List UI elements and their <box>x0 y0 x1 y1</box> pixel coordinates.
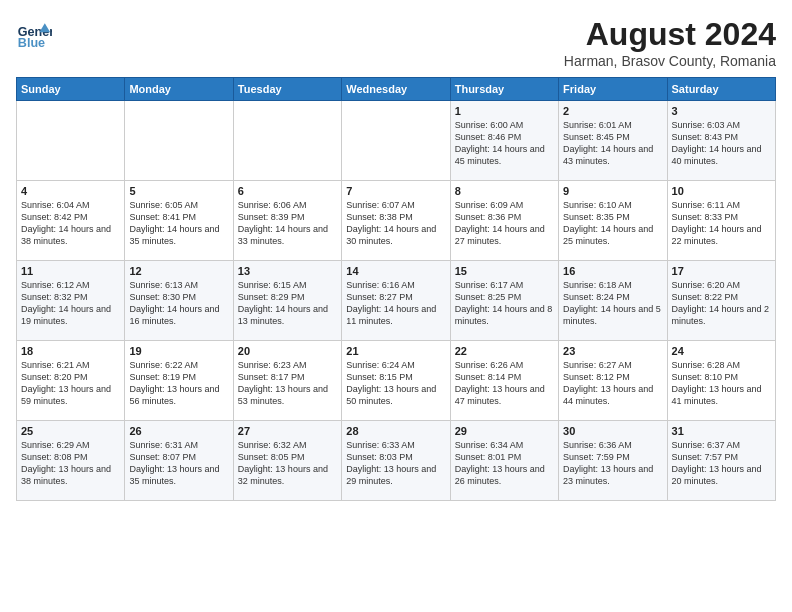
day-content: Sunrise: 6:31 AM Sunset: 8:07 PM Dayligh… <box>129 439 228 488</box>
day-cell: 26Sunrise: 6:31 AM Sunset: 8:07 PM Dayli… <box>125 421 233 501</box>
day-cell: 17Sunrise: 6:20 AM Sunset: 8:22 PM Dayli… <box>667 261 775 341</box>
day-number: 15 <box>455 265 554 277</box>
day-content: Sunrise: 6:20 AM Sunset: 8:22 PM Dayligh… <box>672 279 771 328</box>
calendar-header-row: SundayMondayTuesdayWednesdayThursdayFrid… <box>17 78 776 101</box>
day-content: Sunrise: 6:04 AM Sunset: 8:42 PM Dayligh… <box>21 199 120 248</box>
day-content: Sunrise: 6:01 AM Sunset: 8:45 PM Dayligh… <box>563 119 662 168</box>
day-cell <box>342 101 450 181</box>
day-cell: 22Sunrise: 6:26 AM Sunset: 8:14 PM Dayli… <box>450 341 558 421</box>
day-content: Sunrise: 6:00 AM Sunset: 8:46 PM Dayligh… <box>455 119 554 168</box>
day-cell: 5Sunrise: 6:05 AM Sunset: 8:41 PM Daylig… <box>125 181 233 261</box>
day-number: 1 <box>455 105 554 117</box>
calendar-table: SundayMondayTuesdayWednesdayThursdayFrid… <box>16 77 776 501</box>
day-cell: 8Sunrise: 6:09 AM Sunset: 8:36 PM Daylig… <box>450 181 558 261</box>
day-cell: 20Sunrise: 6:23 AM Sunset: 8:17 PM Dayli… <box>233 341 341 421</box>
day-content: Sunrise: 6:23 AM Sunset: 8:17 PM Dayligh… <box>238 359 337 408</box>
day-number: 28 <box>346 425 445 437</box>
week-row-2: 4Sunrise: 6:04 AM Sunset: 8:42 PM Daylig… <box>17 181 776 261</box>
day-number: 30 <box>563 425 662 437</box>
day-content: Sunrise: 6:32 AM Sunset: 8:05 PM Dayligh… <box>238 439 337 488</box>
day-content: Sunrise: 6:37 AM Sunset: 7:57 PM Dayligh… <box>672 439 771 488</box>
day-content: Sunrise: 6:07 AM Sunset: 8:38 PM Dayligh… <box>346 199 445 248</box>
week-row-4: 18Sunrise: 6:21 AM Sunset: 8:20 PM Dayli… <box>17 341 776 421</box>
day-number: 14 <box>346 265 445 277</box>
day-number: 13 <box>238 265 337 277</box>
subtitle: Harman, Brasov County, Romania <box>564 53 776 69</box>
day-cell: 2Sunrise: 6:01 AM Sunset: 8:45 PM Daylig… <box>559 101 667 181</box>
week-row-5: 25Sunrise: 6:29 AM Sunset: 8:08 PM Dayli… <box>17 421 776 501</box>
day-cell: 21Sunrise: 6:24 AM Sunset: 8:15 PM Dayli… <box>342 341 450 421</box>
day-cell <box>233 101 341 181</box>
day-cell: 29Sunrise: 6:34 AM Sunset: 8:01 PM Dayli… <box>450 421 558 501</box>
day-content: Sunrise: 6:36 AM Sunset: 7:59 PM Dayligh… <box>563 439 662 488</box>
day-content: Sunrise: 6:17 AM Sunset: 8:25 PM Dayligh… <box>455 279 554 328</box>
day-number: 5 <box>129 185 228 197</box>
logo: General Blue <box>16 16 52 52</box>
day-cell: 27Sunrise: 6:32 AM Sunset: 8:05 PM Dayli… <box>233 421 341 501</box>
day-cell: 15Sunrise: 6:17 AM Sunset: 8:25 PM Dayli… <box>450 261 558 341</box>
day-number: 24 <box>672 345 771 357</box>
day-number: 3 <box>672 105 771 117</box>
day-cell: 24Sunrise: 6:28 AM Sunset: 8:10 PM Dayli… <box>667 341 775 421</box>
day-content: Sunrise: 6:18 AM Sunset: 8:24 PM Dayligh… <box>563 279 662 328</box>
day-number: 26 <box>129 425 228 437</box>
day-content: Sunrise: 6:12 AM Sunset: 8:32 PM Dayligh… <box>21 279 120 328</box>
day-cell: 7Sunrise: 6:07 AM Sunset: 8:38 PM Daylig… <box>342 181 450 261</box>
day-content: Sunrise: 6:22 AM Sunset: 8:19 PM Dayligh… <box>129 359 228 408</box>
day-number: 23 <box>563 345 662 357</box>
day-cell: 16Sunrise: 6:18 AM Sunset: 8:24 PM Dayli… <box>559 261 667 341</box>
day-cell: 11Sunrise: 6:12 AM Sunset: 8:32 PM Dayli… <box>17 261 125 341</box>
day-number: 25 <box>21 425 120 437</box>
day-number: 10 <box>672 185 771 197</box>
day-content: Sunrise: 6:05 AM Sunset: 8:41 PM Dayligh… <box>129 199 228 248</box>
day-cell: 31Sunrise: 6:37 AM Sunset: 7:57 PM Dayli… <box>667 421 775 501</box>
day-number: 11 <box>21 265 120 277</box>
day-content: Sunrise: 6:24 AM Sunset: 8:15 PM Dayligh… <box>346 359 445 408</box>
day-cell: 23Sunrise: 6:27 AM Sunset: 8:12 PM Dayli… <box>559 341 667 421</box>
day-number: 17 <box>672 265 771 277</box>
day-cell: 28Sunrise: 6:33 AM Sunset: 8:03 PM Dayli… <box>342 421 450 501</box>
logo-icon: General Blue <box>16 16 52 52</box>
col-header-saturday: Saturday <box>667 78 775 101</box>
day-cell: 1Sunrise: 6:00 AM Sunset: 8:46 PM Daylig… <box>450 101 558 181</box>
day-number: 16 <box>563 265 662 277</box>
day-cell: 25Sunrise: 6:29 AM Sunset: 8:08 PM Dayli… <box>17 421 125 501</box>
day-number: 12 <box>129 265 228 277</box>
day-number: 27 <box>238 425 337 437</box>
day-number: 18 <box>21 345 120 357</box>
title-block: August 2024 Harman, Brasov County, Roman… <box>564 16 776 69</box>
day-number: 7 <box>346 185 445 197</box>
day-content: Sunrise: 6:13 AM Sunset: 8:30 PM Dayligh… <box>129 279 228 328</box>
day-number: 29 <box>455 425 554 437</box>
day-content: Sunrise: 6:06 AM Sunset: 8:39 PM Dayligh… <box>238 199 337 248</box>
day-cell: 30Sunrise: 6:36 AM Sunset: 7:59 PM Dayli… <box>559 421 667 501</box>
day-content: Sunrise: 6:26 AM Sunset: 8:14 PM Dayligh… <box>455 359 554 408</box>
day-cell: 18Sunrise: 6:21 AM Sunset: 8:20 PM Dayli… <box>17 341 125 421</box>
day-content: Sunrise: 6:29 AM Sunset: 8:08 PM Dayligh… <box>21 439 120 488</box>
day-cell: 4Sunrise: 6:04 AM Sunset: 8:42 PM Daylig… <box>17 181 125 261</box>
day-cell <box>17 101 125 181</box>
day-number: 2 <box>563 105 662 117</box>
day-number: 19 <box>129 345 228 357</box>
day-cell: 9Sunrise: 6:10 AM Sunset: 8:35 PM Daylig… <box>559 181 667 261</box>
day-content: Sunrise: 6:34 AM Sunset: 8:01 PM Dayligh… <box>455 439 554 488</box>
day-number: 20 <box>238 345 337 357</box>
day-number: 21 <box>346 345 445 357</box>
week-row-3: 11Sunrise: 6:12 AM Sunset: 8:32 PM Dayli… <box>17 261 776 341</box>
day-cell: 3Sunrise: 6:03 AM Sunset: 8:43 PM Daylig… <box>667 101 775 181</box>
main-title: August 2024 <box>564 16 776 53</box>
col-header-friday: Friday <box>559 78 667 101</box>
day-content: Sunrise: 6:15 AM Sunset: 8:29 PM Dayligh… <box>238 279 337 328</box>
day-cell: 13Sunrise: 6:15 AM Sunset: 8:29 PM Dayli… <box>233 261 341 341</box>
day-number: 8 <box>455 185 554 197</box>
day-content: Sunrise: 6:11 AM Sunset: 8:33 PM Dayligh… <box>672 199 771 248</box>
day-cell: 10Sunrise: 6:11 AM Sunset: 8:33 PM Dayli… <box>667 181 775 261</box>
day-cell: 14Sunrise: 6:16 AM Sunset: 8:27 PM Dayli… <box>342 261 450 341</box>
day-number: 22 <box>455 345 554 357</box>
day-number: 4 <box>21 185 120 197</box>
day-content: Sunrise: 6:03 AM Sunset: 8:43 PM Dayligh… <box>672 119 771 168</box>
day-cell: 19Sunrise: 6:22 AM Sunset: 8:19 PM Dayli… <box>125 341 233 421</box>
day-content: Sunrise: 6:09 AM Sunset: 8:36 PM Dayligh… <box>455 199 554 248</box>
svg-text:Blue: Blue <box>18 36 45 50</box>
day-cell: 12Sunrise: 6:13 AM Sunset: 8:30 PM Dayli… <box>125 261 233 341</box>
